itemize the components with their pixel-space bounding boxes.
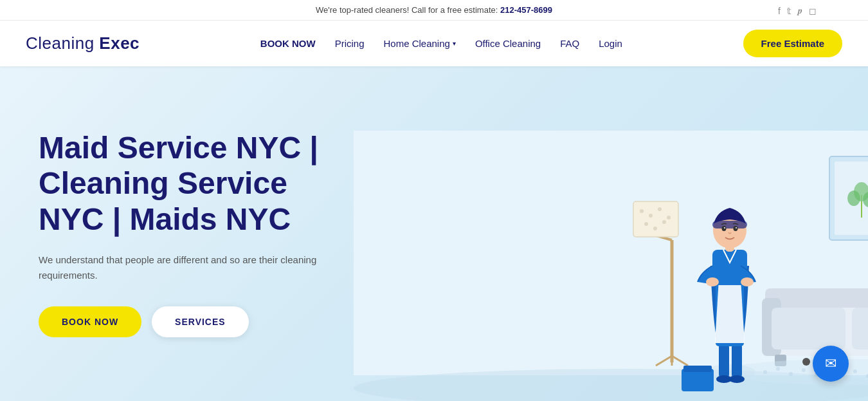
svg-rect-84	[682, 369, 714, 391]
svg-point-83	[736, 227, 737, 228]
site-logo[interactable]: Cleaning Exec	[26, 33, 140, 53]
svg-point-76	[741, 277, 754, 286]
hero-book-now-button[interactable]: BOOK NOW	[39, 306, 141, 337]
svg-point-60	[640, 209, 644, 213]
svg-point-64	[644, 222, 648, 226]
svg-point-80	[722, 226, 727, 231]
hero-illustration	[289, 66, 868, 401]
svg-rect-35	[772, 308, 845, 350]
hero-section: Maid Service NYC | Cleaning Service NYC …	[0, 66, 868, 401]
hero-svg	[302, 66, 868, 401]
svg-point-61	[649, 214, 653, 218]
svg-point-42	[789, 372, 793, 376]
power-dot	[802, 358, 810, 366]
top-bar-phone: 212-457-8699	[500, 5, 552, 15]
svg-rect-68	[719, 343, 729, 378]
nav-item-home-cleaning[interactable]: Home Cleaning ▾	[383, 38, 455, 49]
logo-plain: Cleaning	[26, 33, 99, 53]
svg-point-40	[763, 370, 767, 374]
instagram-icon[interactable]: ◻	[809, 6, 817, 16]
hero-text: Maid Service NYC | Cleaning Service NYC …	[39, 130, 334, 337]
nav-item-login[interactable]: Login	[599, 38, 622, 50]
top-bar-message: We're top-rated cleaners! Call for a fre…	[316, 5, 498, 15]
top-bar: We're top-rated cleaners! Call for a fre…	[0, 0, 868, 21]
svg-point-82	[724, 227, 725, 228]
svg-point-71	[729, 375, 745, 383]
svg-rect-79	[712, 221, 747, 228]
svg-point-41	[776, 367, 780, 371]
hero-services-button[interactable]: SERVICES	[152, 306, 249, 337]
svg-point-81	[734, 226, 738, 231]
nav-item-office-cleaning[interactable]: Office Cleaning	[475, 38, 541, 50]
svg-point-43	[802, 368, 806, 372]
pinterest-icon[interactable]: 𝒑	[798, 5, 802, 16]
nav-link-login[interactable]: Login	[599, 38, 622, 49]
nav-link-office-cleaning[interactable]: Office Cleaning	[475, 38, 541, 49]
nav-item-faq[interactable]: FAQ	[560, 38, 579, 50]
nav-item-pricing[interactable]: Pricing	[335, 38, 365, 50]
nav-link-book-now[interactable]: BOOK NOW	[260, 38, 316, 49]
nav-link-home-cleaning[interactable]: Home Cleaning ▾	[383, 38, 455, 49]
social-links: f 𝕥 𝒑 ◻	[778, 5, 817, 16]
svg-point-6	[847, 191, 860, 206]
nav-link-faq[interactable]: FAQ	[560, 38, 579, 49]
twitter-icon[interactable]: 𝕥	[787, 6, 791, 16]
svg-rect-36	[852, 308, 868, 350]
hero-buttons: BOOK NOW SERVICES	[39, 306, 334, 337]
free-estimate-button[interactable]: Free Estimate	[743, 30, 842, 57]
svg-point-63	[667, 216, 671, 219]
hero-title: Maid Service NYC | Cleaning Service NYC …	[39, 130, 334, 237]
svg-point-65	[653, 227, 657, 230]
nav-links: BOOK NOW Pricing Home Cleaning ▾ Office …	[260, 38, 622, 50]
svg-point-62	[658, 207, 662, 211]
chevron-down-icon: ▾	[453, 40, 456, 47]
hero-subtitle: We understand that people are different …	[39, 252, 334, 283]
nav-link-pricing[interactable]: Pricing	[335, 38, 365, 49]
facebook-icon[interactable]: f	[778, 6, 781, 16]
svg-rect-59	[633, 201, 678, 237]
svg-point-47	[853, 369, 857, 373]
svg-point-75	[706, 277, 719, 286]
nav-item-book-now[interactable]: BOOK NOW	[260, 38, 316, 50]
svg-rect-69	[732, 343, 742, 378]
svg-rect-85	[683, 366, 712, 372]
navbar: Cleaning Exec BOOK NOW Pricing Home Clea…	[0, 21, 868, 66]
chat-bubble[interactable]	[813, 346, 849, 382]
svg-point-66	[662, 220, 666, 224]
logo-bold: Exec	[99, 33, 140, 53]
